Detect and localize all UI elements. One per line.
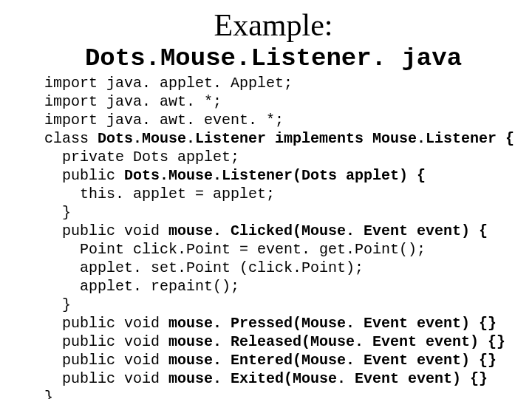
code-line: applet. repaint();	[44, 278, 239, 295]
slide: Example: Dots.Mouse.Listener. java impor…	[0, 0, 532, 399]
code-line: Point click.Point = event. get.Point();	[44, 241, 426, 258]
code-line: public void	[44, 222, 168, 239]
code-line: }	[44, 204, 71, 221]
code-line: import java. awt. event. *;	[44, 112, 284, 129]
code-bold: mouse. Entered(Mouse. Event event) {}	[168, 352, 497, 369]
code-line: this. applet = applet;	[44, 185, 275, 202]
code-bold: mouse. Pressed(Mouse. Event event) {}	[168, 315, 497, 332]
code-block: import java. applet. Applet; import java…	[44, 74, 502, 399]
code-line: }	[44, 296, 71, 313]
code-bold: mouse. Released(Mouse. Event event) {}	[168, 333, 505, 350]
slide-title: Example:	[44, 7, 502, 43]
code-line: applet. set.Point (click.Point);	[44, 259, 364, 276]
code-line: class	[44, 130, 98, 147]
code-bold: Dots.Mouse.Listener implements Mouse.Lis…	[98, 130, 514, 147]
code-line: public void	[44, 370, 168, 387]
slide-subtitle: Dots.Mouse.Listener. java	[44, 44, 502, 72]
code-line: public void	[44, 352, 168, 369]
code-bold: Dots.Mouse.Listener(Dots applet) {	[124, 167, 426, 184]
code-line: public void	[44, 333, 168, 350]
code-line: import java. awt. *;	[44, 93, 222, 110]
code-line: public void	[44, 315, 168, 332]
code-line: public	[44, 167, 124, 184]
code-bold: mouse. Exited(Mouse. Event event) {}	[168, 370, 488, 387]
code-bold: mouse. Clicked(Mouse. Event event) {	[168, 222, 488, 239]
code-line: import java. applet. Applet;	[44, 75, 293, 92]
code-line: private Dots applet;	[44, 149, 239, 166]
code-line: }	[44, 389, 53, 399]
